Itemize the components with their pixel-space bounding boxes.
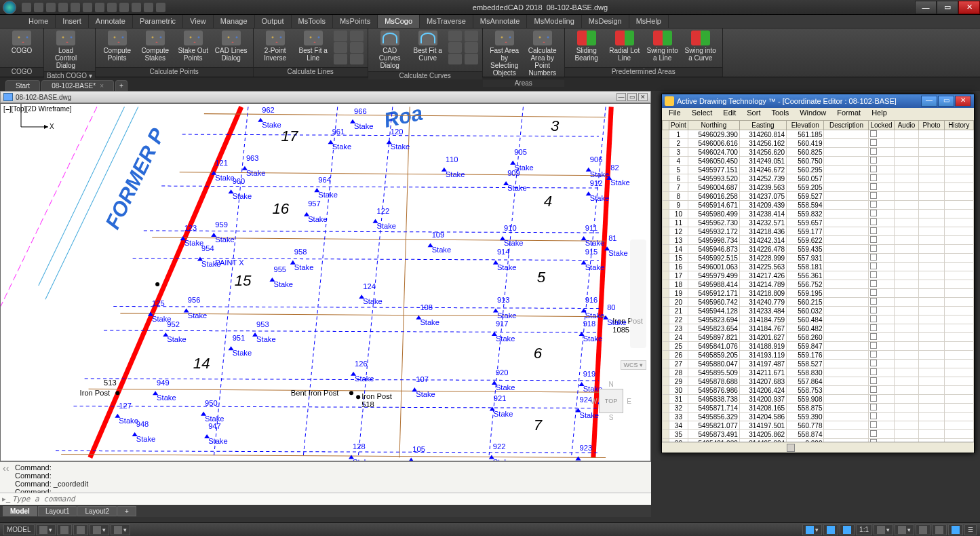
coord-row[interactable]: 185495988.414314214.789556.752 — [663, 280, 974, 289]
doc-minimize-button[interactable]: — — [616, 93, 626, 101]
coord-titlebar[interactable]: Active Drawing Technology ™ - [Coordinat… — [662, 94, 974, 108]
status-custom-button[interactable] — [948, 524, 963, 535]
coord-row[interactable]: 205495960.742314240.779560.215 — [663, 298, 974, 307]
qat-button[interactable] — [132, 3, 141, 12]
coord-menu-help[interactable]: Help — [866, 108, 893, 120]
close-icon[interactable]: × — [100, 82, 104, 90]
coord-row[interactable]: 225495823.694314184.759560.484 — [663, 315, 974, 324]
close-button[interactable]: ✕ — [958, 1, 980, 14]
layout-tab-layout2[interactable]: Layout2 — [77, 506, 117, 516]
coord-row[interactable]: 25496006.616314256.162560.419 — [663, 139, 974, 148]
ribbon-fast-area-by-selecting-objects[interactable]: Fast Area by Selecting Objects — [486, 30, 524, 77]
coord-row[interactable]: 235495823.654314184.767560.482 — [663, 324, 974, 333]
drawing-viewport[interactable]: [‒][Top][2D Wireframe] RoaFORMER P173164… — [0, 103, 651, 461]
ribbon-small-button[interactable] — [448, 54, 462, 64]
new-tab-button[interactable]: + — [115, 80, 128, 91]
qat-button[interactable] — [22, 3, 31, 12]
status-ortho-button[interactable] — [73, 524, 88, 535]
coord-row[interactable]: 355495873.491314205.862558.874 — [663, 430, 974, 439]
ribbon-tab-mstraverse[interactable]: MsTraverse — [420, 15, 473, 28]
coord-row[interactable]: 115495962.730314232.571559.657 — [663, 218, 974, 227]
coord-menu-edit[interactable]: Edit — [718, 108, 741, 120]
coord-row[interactable]: 285495895.509314211.671558.830 — [663, 368, 974, 377]
qat-button[interactable] — [156, 3, 165, 12]
ribbon-radial-lot-line[interactable]: Radial Lot Line — [606, 30, 644, 62]
status-snap-button[interactable] — [57, 524, 72, 535]
coord-row[interactable]: 175495979.499314217.426556.361 — [663, 271, 974, 280]
coord-close-button[interactable]: ✕ — [955, 96, 971, 107]
ribbon-small-button[interactable] — [465, 54, 478, 64]
ribbon-tab-output[interactable]: Output — [255, 15, 292, 28]
coord-minimize-button[interactable]: — — [921, 96, 937, 107]
ribbon-load-control-dialog[interactable]: Load Control Dialog — [47, 30, 85, 70]
coord-col-photo[interactable]: Photo — [919, 121, 944, 130]
coord-col-easting[interactable]: Easting — [739, 121, 786, 130]
coord-row[interactable]: 275495880.047314197.487558.527 — [663, 360, 974, 368]
status-gear-button[interactable]: ▾ — [895, 524, 914, 535]
qat-button[interactable] — [46, 3, 56, 12]
coord-menu-window[interactable]: Window — [794, 108, 831, 120]
status-annoscale-button[interactable]: ▾ — [874, 524, 893, 535]
coord-row[interactable]: 265495859.205314193.119559.176 — [663, 351, 974, 360]
coord-menu-tools[interactable]: Tools — [766, 108, 794, 120]
ribbon-small-button[interactable] — [465, 42, 478, 53]
coord-row[interactable]: 255495841.076314188.919559.847 — [663, 342, 974, 351]
ribbon-tab-mshelp[interactable]: MsHelp — [629, 15, 669, 28]
ribbon-tab-annotate[interactable]: Annotate — [89, 15, 133, 28]
status-lwt-button[interactable] — [840, 524, 855, 535]
coord-row[interactable]: 335495856.329314204.586559.390 — [663, 413, 974, 421]
coord-menu-format[interactable]: Format — [831, 108, 866, 120]
coord-row[interactable]: 245495897.821314201.627558.260 — [663, 333, 974, 342]
ribbon-tab-msannotate[interactable]: MsAnnotate — [473, 15, 528, 28]
ribbon-tab-msdesign[interactable]: MsDesign — [582, 15, 629, 28]
ribbon-tab-mspoints[interactable]: MsPoints — [333, 15, 378, 28]
status-model-button[interactable]: MODEL — [3, 524, 35, 535]
status-grid-button[interactable]: ▾ — [36, 524, 56, 535]
coord-row[interactable]: 65495993.520314252.739560.057 — [663, 174, 974, 183]
coord-col-northing[interactable]: Northing — [688, 121, 739, 130]
ribbon-tab-parametric[interactable]: Parametric — [133, 15, 183, 28]
coord-row[interactable]: 15496029.390314260.814561.185 — [663, 130, 974, 139]
ribbon-small-button[interactable] — [350, 31, 364, 41]
coord-col-history[interactable]: History — [944, 121, 973, 130]
ribbon-cad-curves-dialog[interactable]: CAD Curves Dialog — [371, 30, 409, 70]
command-input[interactable] — [12, 495, 651, 503]
ribbon-small-button[interactable] — [350, 42, 364, 53]
ribbon-tab-insert[interactable]: Insert — [56, 15, 89, 28]
file-tab[interactable]: 08-102-BASE*× — [41, 80, 114, 91]
coord-row[interactable]: 165496001.063314225.563558.181 — [663, 263, 974, 271]
ribbon-compute-stakes[interactable]: Compute Stakes — [136, 30, 174, 62]
ribbon-tab-manage[interactable]: Manage — [214, 15, 255, 28]
qat-button[interactable] — [34, 3, 43, 12]
coord-scrollbar[interactable]: ⦀ — [662, 442, 974, 453]
ribbon-small-button[interactable] — [334, 31, 347, 41]
ribbon-cogo[interactable]: COGO — [3, 30, 41, 55]
ribbon-tab-mstools[interactable]: MsTools — [292, 15, 333, 28]
coord-row[interactable]: 215495944.128314233.484560.032 — [663, 307, 974, 315]
coord-row[interactable]: 195495912.171314218.809559.195 — [663, 289, 974, 298]
ribbon-small-button[interactable] — [334, 54, 347, 64]
qat-button[interactable] — [58, 3, 68, 12]
coord-menu-sort[interactable]: Sort — [741, 108, 766, 120]
doc-close-button[interactable]: ✕ — [638, 93, 648, 101]
ribbon-swing-into-a-line[interactable]: Swing into a Line — [644, 30, 682, 62]
coord-row[interactable]: 135495998.734314242.314559.622 — [663, 236, 974, 245]
minimize-button[interactable]: — — [915, 1, 937, 14]
coord-menu-select[interactable]: Select — [686, 108, 718, 120]
coord-row[interactable]: 145495946.873314226.478559.435 — [663, 245, 974, 254]
coord-row[interactable]: 125495932.172314218.436559.177 — [663, 227, 974, 236]
coord-grid[interactable]: PointNorthingEastingElevationDescription… — [662, 120, 974, 442]
layout-tab-layout1[interactable]: Layout1 — [38, 506, 77, 516]
layout-tab-model[interactable]: Model — [3, 506, 37, 516]
status-osnap-button[interactable]: ▾ — [111, 524, 130, 535]
ribbon-best-fit-a-line[interactable]: Best Fit a Line — [294, 30, 332, 62]
ribbon-small-button[interactable] — [448, 31, 462, 41]
coord-row[interactable]: 345495821.077314197.501560.778 — [663, 421, 974, 430]
coord-col-locked[interactable]: Locked — [869, 121, 894, 130]
coord-row[interactable]: 315495838.738314200.937559.908 — [663, 395, 974, 404]
qat-button[interactable] — [83, 3, 92, 12]
coord-col-audio[interactable]: Audio — [894, 121, 919, 130]
ribbon-compute-points[interactable]: Compute Points — [98, 30, 136, 62]
ribbon-best-fit-a-curve[interactable]: Best Fit a Curve — [409, 30, 447, 62]
coord-row[interactable]: 295495878.688314207.683557.864 — [663, 377, 974, 386]
